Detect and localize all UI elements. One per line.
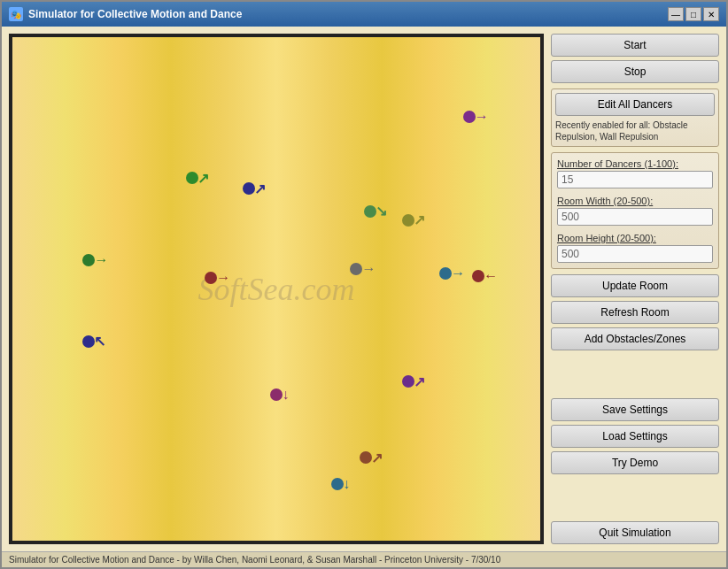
dancer-dot [82,335,95,348]
dancer-dot [243,182,255,195]
dancer-arrow: → [94,252,108,268]
dancer-dot [186,172,198,184]
dancer: ↘ [364,203,387,219]
dancer-dot [364,205,376,218]
dancer-arrow: ↗ [254,181,266,197]
simulation-canvas: SoftSea.com →↗↗↘↗→→→→←↖↓↗↗↓ [9,34,544,544]
dancer: ↗ [402,373,425,390]
dancer: → [205,270,230,286]
sidebar: Start Stop Edit All Dancers Recently ena… [551,34,719,544]
dancer-dot [82,254,95,266]
dancer-arrow: ↓ [343,476,350,492]
dancer: → [439,265,465,281]
dancer-arrow: ↗ [414,373,425,390]
dancer: ← [472,268,498,284]
dancer: ↖ [82,333,105,350]
status-bar: Simulator for Collective Motion and Danc… [2,551,726,567]
room-width-field: Room Width (20-500): [557,196,713,226]
window-title: Simulator for Collective Motion and Danc… [28,8,242,20]
dancer: → [82,252,108,268]
close-button[interactable]: ✕ [703,7,719,21]
title-bar: 🎭 Simulator for Collective Motion and Da… [2,2,726,27]
dancer-dot [360,451,372,464]
num-dancers-input[interactable] [557,171,713,188]
dancer-dot [270,388,283,401]
dancer-arrow: ↘ [376,203,387,219]
num-dancers-field: Number of Dancers (1-100): [557,158,713,188]
dancer: ↓ [331,476,350,492]
title-controls: — □ ✕ [668,7,719,21]
dancer-dot [205,272,217,284]
dancer-arrow: ↖ [94,333,105,350]
edit-all-button[interactable]: Edit All Dancers [555,93,715,116]
dancer-arrow: ← [484,268,498,284]
maximize-button[interactable]: □ [685,7,701,21]
dancer-arrow: → [451,265,465,281]
edit-all-box: Edit All Dancers Recently enabled for al… [551,88,719,147]
room-width-input[interactable] [557,208,713,226]
start-button[interactable]: Start [551,34,719,57]
dancer-arrow: ↗ [414,211,425,228]
app-icon: 🎭 [9,7,23,21]
dancer: ↗ [360,450,383,466]
edit-info: Recently enabled for all: Obstacle Repul… [555,119,715,142]
status-text: Simulator for Collective Motion and Danc… [9,555,500,565]
dancer: ↗ [186,170,209,187]
dancer-dot [402,214,414,227]
dancer: ↓ [270,387,289,403]
settings-fields: Number of Dancers (1-100): Room Width (2… [551,152,719,269]
main-window: 🎭 Simulator for Collective Motion and Da… [0,0,728,569]
room-height-field: Room Height (20-500): [557,233,713,263]
load-settings-button[interactable]: Load Settings [551,425,719,448]
minimize-button[interactable]: — [668,7,684,21]
dancer: ↗ [402,211,425,228]
content-area: SoftSea.com →↗↗↘↗→→→→←↖↓↗↗↓ Start Stop E… [2,27,726,551]
room-height-input[interactable] [557,245,713,263]
dancer: → [350,261,376,277]
dancer-dot [350,263,362,275]
settings-group: Save Settings Load Settings Try Demo [551,398,719,474]
title-bar-left: 🎭 Simulator for Collective Motion and Da… [9,7,242,21]
dancer: → [463,109,489,125]
stop-button[interactable]: Stop [551,60,719,83]
save-settings-button[interactable]: Save Settings [551,398,719,421]
dancer-arrow: → [216,270,230,286]
dancer-arrow: ↗ [371,450,383,466]
refresh-room-button[interactable]: Refresh Room [551,301,719,324]
room-height-label: Room Height (20-500): [557,233,713,243]
dancer-dot [439,267,452,280]
dancer-arrow: → [361,261,376,277]
update-room-button[interactable]: Update Room [551,274,719,297]
dancer-dot [402,375,414,388]
dancer-arrow: ↓ [282,387,289,403]
room-width-label: Room Width (20-500): [557,196,713,206]
dancer-dot [331,478,344,490]
quit-button[interactable]: Quit Simulation [551,521,719,544]
try-demo-button[interactable]: Try Demo [551,451,719,474]
dancer-arrow: ↗ [197,170,209,187]
room-controls-group: Update Room Refresh Room Add Obstacles/Z… [551,274,719,350]
num-dancers-label: Number of Dancers (1-100): [557,158,713,169]
dancer: ↗ [243,181,266,197]
dancer-arrow: → [475,109,489,125]
dancer-dot [472,270,484,282]
add-obstacles-button[interactable]: Add Obstacles/Zones [551,327,719,350]
start-stop-group: Start Stop [551,34,719,83]
dancer-dot [463,111,476,123]
